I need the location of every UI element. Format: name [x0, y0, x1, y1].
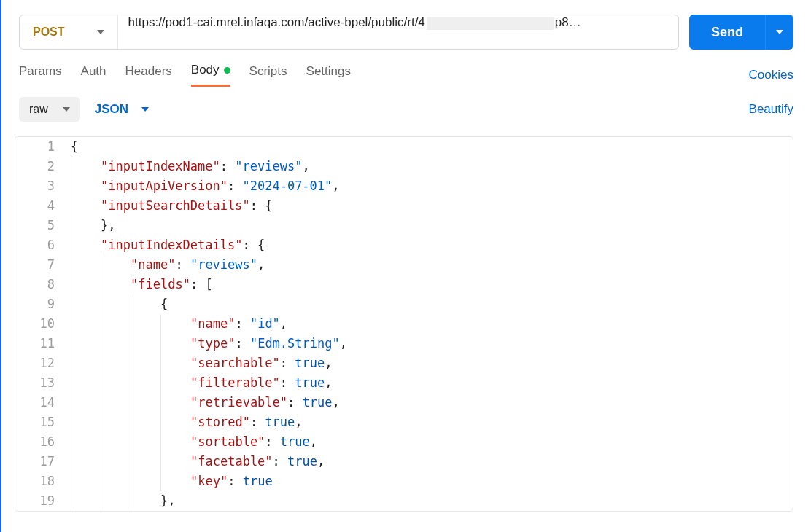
request-row: POST https://pod1-cai.mrel.infaqa.com/ac… — [19, 15, 793, 50]
send-more-button[interactable] — [765, 15, 793, 50]
code-text: { — [71, 139, 78, 154]
code-text: "inputIndexDetails" — [101, 238, 242, 252]
line-number: 8 — [15, 275, 68, 294]
line-number: 11 — [15, 334, 68, 353]
code-text: "fields" — [131, 277, 190, 292]
code-text: "stored" — [190, 415, 250, 429]
code-text: true — [287, 454, 317, 469]
code-text: true — [243, 474, 273, 488]
send-button[interactable]: Send — [689, 15, 765, 50]
body-mode-select[interactable]: raw — [19, 97, 80, 122]
content-type-label: JSON — [95, 102, 128, 117]
code-text: true — [295, 356, 325, 370]
code-text: true — [280, 434, 310, 449]
line-number: 2 — [15, 157, 68, 176]
code-text: }, — [101, 218, 115, 232]
code-text: "inputApiVersion" — [101, 179, 228, 193]
url-prefix: https://pod1-cai.mrel.infaqa.com/active-… — [128, 15, 425, 29]
tab-settings[interactable]: Settings — [306, 63, 351, 87]
url-input[interactable]: https://pod1-cai.mrel.infaqa.com/active-… — [118, 15, 678, 49]
http-method-label: POST — [33, 26, 65, 39]
code-text: "inputSearchDetails" — [101, 198, 250, 213]
code-editor[interactable]: 1{ 2"inputIndexName": "reviews", 3"input… — [15, 136, 793, 512]
tabs-row: Params Auth Headers Body Scripts Setting… — [19, 63, 793, 87]
code-text: "name" — [131, 257, 175, 272]
tab-scripts[interactable]: Scripts — [249, 63, 287, 87]
code-text: "facetable" — [190, 454, 273, 469]
code-text: "reviews" — [235, 159, 302, 173]
code-text: "filterable" — [190, 375, 280, 390]
line-number: 9 — [15, 294, 68, 314]
line-number: 7 — [15, 255, 68, 275]
tab-params[interactable]: Params — [19, 63, 62, 87]
send-group: Send — [689, 15, 793, 50]
line-number: 16 — [15, 432, 68, 452]
line-number: 6 — [15, 235, 68, 255]
tab-body-label: Body — [191, 63, 220, 77]
code-text: "sortable" — [190, 434, 265, 449]
code-text: "name" — [190, 316, 235, 331]
code-text: "retrievable" — [190, 395, 287, 410]
line-number: 13 — [15, 373, 68, 393]
line-number: 17 — [15, 452, 68, 472]
tab-headers[interactable]: Headers — [125, 63, 172, 87]
url-redacted-segment — [427, 17, 554, 30]
chevron-down-icon — [63, 107, 70, 112]
line-number: 3 — [15, 176, 68, 196]
chevron-down-icon — [97, 30, 104, 34]
line-number: 19 — [15, 491, 68, 511]
code-text: "Edm.String" — [250, 336, 340, 351]
body-options-row: raw JSON Beautify — [19, 97, 793, 122]
line-number: 18 — [15, 472, 68, 491]
code-text: }, — [160, 493, 175, 508]
code-text: "reviews" — [190, 257, 257, 272]
http-method-select[interactable]: POST — [20, 15, 118, 49]
line-number: 1 — [15, 137, 68, 157]
url-group: POST https://pod1-cai.mrel.infaqa.com/ac… — [19, 15, 679, 50]
code-text: true — [265, 415, 295, 429]
content-type-select[interactable]: JSON — [90, 102, 153, 117]
code-text: "type" — [190, 336, 235, 351]
tab-auth[interactable]: Auth — [81, 63, 106, 87]
chevron-down-icon — [776, 30, 783, 34]
chevron-down-icon — [141, 107, 149, 112]
tab-body[interactable]: Body — [191, 63, 230, 87]
line-number: 4 — [15, 196, 68, 216]
code-text: true — [303, 395, 333, 410]
url-suffix: p8… — [555, 15, 581, 29]
line-number: 15 — [15, 412, 68, 432]
line-number: 12 — [15, 353, 68, 373]
code-text: { — [257, 238, 265, 252]
code-text: "inputIndexName" — [101, 159, 220, 173]
code-text: "2024-07-01" — [242, 179, 332, 193]
code-text: [ — [205, 277, 212, 292]
active-dot-icon — [224, 67, 230, 74]
code-text: "id" — [250, 316, 280, 331]
cookies-link[interactable]: Cookies — [749, 68, 793, 82]
code-text: "searchable" — [190, 356, 280, 370]
code-text: "key" — [190, 474, 228, 488]
beautify-link[interactable]: Beautify — [749, 102, 793, 117]
code-text: { — [160, 297, 168, 311]
code-text: true — [295, 375, 325, 390]
line-number: 14 — [15, 393, 68, 412]
body-mode-label: raw — [29, 103, 48, 116]
line-number: 10 — [15, 314, 68, 334]
request-tabs: Params Auth Headers Body Scripts Setting… — [19, 63, 351, 87]
code-text: { — [265, 198, 272, 213]
line-number: 5 — [15, 216, 68, 235]
